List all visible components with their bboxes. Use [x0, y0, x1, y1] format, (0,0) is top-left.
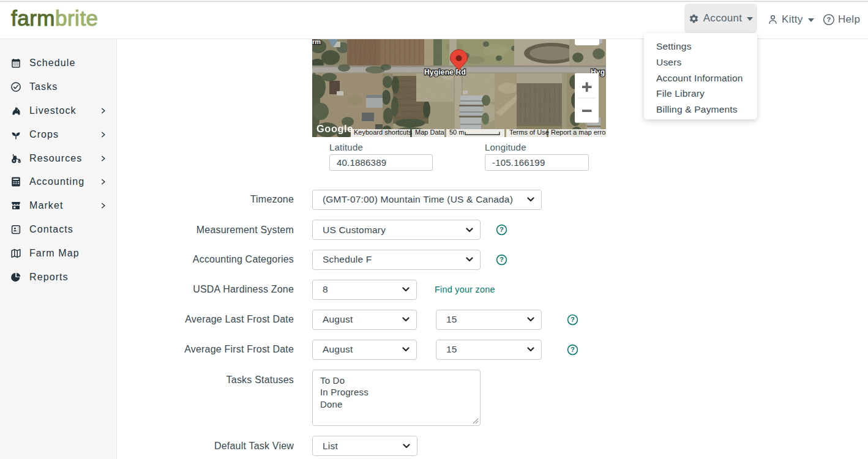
- svg-text:Terms of Use: Terms of Use: [509, 129, 549, 136]
- svg-text:Map Data: Map Data: [415, 129, 445, 136]
- svg-text:?: ?: [499, 226, 504, 233]
- svg-text:?: ?: [571, 346, 575, 353]
- svg-text:?: ?: [571, 316, 575, 323]
- svg-text:?: ?: [499, 256, 504, 263]
- svg-text:Keyboard shortcuts: Keyboard shortcuts: [354, 129, 412, 136]
- svg-text:Google: Google: [316, 123, 353, 134]
- svg-text:Report a map error: Report a map error: [551, 129, 606, 136]
- svg-text:50 m: 50 m: [449, 129, 464, 136]
- svg-text:?: ?: [826, 15, 831, 23]
- svg-text:rm: rm: [312, 39, 321, 45]
